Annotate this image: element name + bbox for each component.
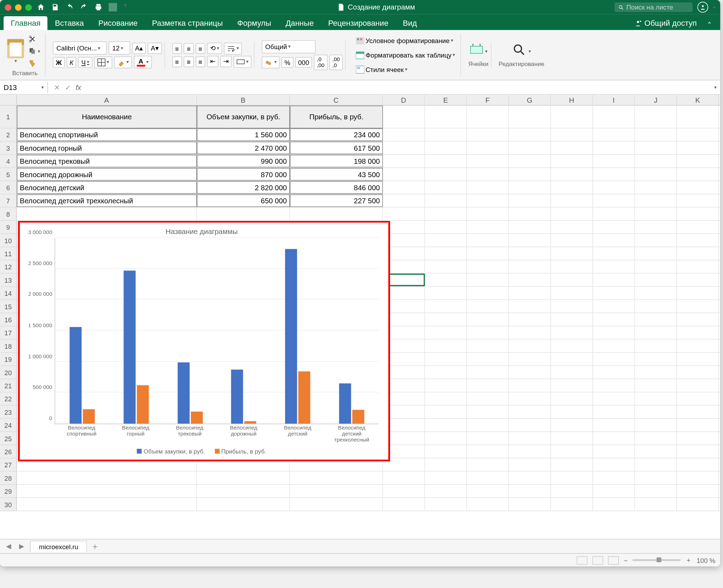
cell[interactable] [593, 181, 635, 194]
cell[interactable] [677, 221, 719, 234]
cell[interactable] [635, 168, 677, 181]
cell[interactable] [425, 208, 467, 220]
cell[interactable]: 1 560 000 [197, 128, 290, 141]
cell[interactable] [383, 498, 425, 511]
cell[interactable] [383, 168, 425, 181]
cell[interactable] [593, 419, 635, 432]
cell[interactable] [551, 445, 593, 458]
row-header[interactable]: 19 [0, 353, 16, 366]
cell[interactable]: 2 820 000 [197, 181, 290, 194]
cell[interactable] [467, 472, 509, 484]
cancel-formula-icon[interactable]: ✕ [54, 83, 60, 91]
cell[interactable] [290, 208, 383, 220]
italic-button[interactable]: К [67, 57, 77, 68]
cell[interactable] [425, 472, 467, 484]
cell[interactable] [677, 181, 719, 194]
cell[interactable]: Велосипед детский [17, 181, 197, 194]
cell[interactable] [551, 432, 593, 445]
cell[interactable] [635, 445, 677, 458]
cut-button[interactable] [26, 34, 43, 44]
cell[interactable] [425, 194, 467, 207]
tab-разметка страницы[interactable]: Разметка страницы [145, 16, 230, 30]
cell[interactable] [383, 194, 425, 207]
row-header[interactable]: 12 [0, 260, 16, 274]
cell[interactable] [551, 472, 593, 484]
cell[interactable] [509, 485, 551, 498]
add-sheet-button[interactable]: ＋ [91, 541, 99, 552]
cell[interactable] [677, 194, 719, 207]
cell[interactable] [383, 208, 425, 220]
cell[interactable] [425, 128, 467, 141]
row-header[interactable]: 21 [0, 379, 16, 392]
cell[interactable] [677, 406, 719, 418]
row-header[interactable]: 24 [0, 419, 16, 432]
cell[interactable] [467, 340, 509, 352]
page-layout-view-button[interactable] [593, 556, 604, 564]
row-header[interactable]: 17 [0, 326, 16, 340]
cell[interactable] [17, 498, 197, 511]
cell[interactable] [425, 106, 467, 128]
cell[interactable] [467, 326, 509, 339]
column-header[interactable]: G [509, 95, 551, 105]
row-header[interactable]: 14 [0, 287, 16, 300]
cell[interactable] [509, 353, 551, 366]
cell[interactable] [425, 247, 467, 260]
cell[interactable] [551, 221, 593, 234]
cell[interactable] [425, 498, 467, 511]
font-select[interactable]: Calibri (Осн...▾ [53, 41, 107, 54]
column-header[interactable]: C [290, 95, 383, 105]
cells-button[interactable] [469, 43, 484, 60]
align-top-button[interactable]: ≡ [172, 43, 182, 54]
cell[interactable] [509, 106, 551, 128]
row-header[interactable]: 11 [0, 247, 16, 260]
prev-sheet-button[interactable]: ◀ [4, 542, 13, 550]
cell[interactable] [551, 274, 593, 286]
row-header[interactable]: 6 [0, 181, 16, 194]
cell[interactable] [677, 432, 719, 445]
row-header[interactable]: 18 [0, 340, 16, 353]
cell[interactable] [425, 353, 467, 366]
cell[interactable] [593, 142, 635, 154]
cell[interactable] [677, 313, 719, 326]
row-header[interactable]: 15 [0, 300, 16, 313]
find-button[interactable] [512, 43, 527, 60]
cell[interactable] [467, 419, 509, 432]
tab-главная[interactable]: Главная [4, 16, 48, 30]
cell[interactable] [383, 142, 425, 154]
cell[interactable] [551, 379, 593, 392]
cell[interactable] [635, 128, 677, 141]
row-header[interactable]: 16 [0, 313, 16, 326]
cell[interactable] [551, 106, 593, 128]
fill-color-button[interactable]: ▾ [114, 56, 132, 68]
font-size-select[interactable]: 12▾ [109, 41, 130, 54]
home-icon[interactable] [37, 3, 45, 12]
cell[interactable] [509, 181, 551, 194]
cell[interactable] [593, 194, 635, 207]
cell[interactable] [425, 340, 467, 352]
search-box[interactable] [615, 2, 693, 12]
cell[interactable] [467, 287, 509, 300]
increase-font-button[interactable]: A▴ [132, 42, 146, 54]
cell[interactable] [593, 366, 635, 379]
select-all-corner[interactable] [0, 95, 17, 105]
cell[interactable] [593, 392, 635, 405]
cell[interactable] [635, 340, 677, 352]
column-header[interactable]: F [467, 95, 509, 105]
cell[interactable] [509, 247, 551, 260]
cell[interactable] [551, 498, 593, 511]
cell[interactable] [677, 458, 719, 471]
cell[interactable] [509, 340, 551, 352]
cell[interactable] [467, 181, 509, 194]
cell[interactable] [677, 260, 719, 273]
chart-object[interactable]: Название диаграммы0500 0001 000 0001 500… [18, 221, 390, 461]
cell[interactable] [383, 472, 425, 484]
cell[interactable]: 617 500 [290, 142, 383, 154]
cell[interactable] [551, 155, 593, 168]
cell[interactable] [635, 234, 677, 247]
borders-button[interactable]: ▾ [94, 56, 112, 68]
cell[interactable] [635, 472, 677, 484]
cell[interactable] [425, 419, 467, 432]
cell[interactable] [677, 274, 719, 286]
cell[interactable] [593, 458, 635, 471]
expand-formula-icon[interactable]: ▾ [711, 85, 720, 90]
